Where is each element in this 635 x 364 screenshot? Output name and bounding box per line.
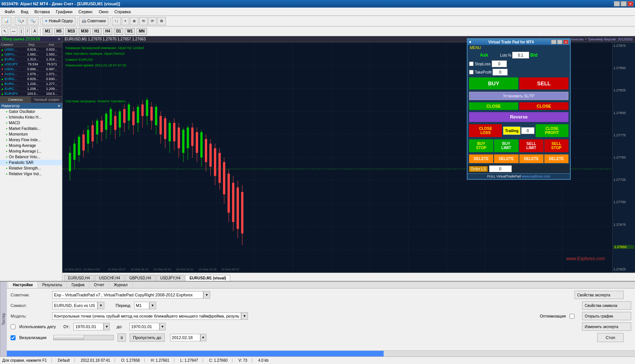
date-from-dropdown[interactable]: ▼ <box>104 323 110 330</box>
tf-h4[interactable]: H4 <box>103 28 113 35</box>
vtp-stoploss-input[interactable] <box>492 60 507 67</box>
vtp-buy-stop-btn[interactable]: BUYSTOP <box>469 139 493 152</box>
navigator-close[interactable]: ✕ <box>57 104 60 108</box>
symbol-dropdown[interactable]: ▼ <box>98 302 104 309</box>
tf-w1[interactable]: W1 <box>125 28 135 35</box>
symbol-props-btn[interactable]: Свойства символа <box>582 301 631 310</box>
menu-tools[interactable]: Сервис <box>76 9 96 15</box>
text-tool[interactable]: A <box>31 28 38 35</box>
vtp-minimize[interactable]: _ <box>551 40 556 44</box>
menu-help[interactable]: Справка <box>112 9 134 15</box>
open-chart-btn[interactable]: Открыть график <box>582 312 631 320</box>
stop-btn[interactable]: Стоп <box>597 333 624 342</box>
market-row-0[interactable]: ▲ USDC... 0.919... 0.920... <box>0 47 62 52</box>
tf-m1[interactable]: M1 <box>43 28 53 35</box>
vis-pause-btn[interactable]: ⏸ <box>118 333 126 342</box>
market-row-1[interactable]: ▲ GBPU... 1.582... 1.583... <box>0 52 62 57</box>
vis-slider-thumb[interactable] <box>54 335 84 340</box>
vtp-close2-btn[interactable]: CLOSE <box>519 102 568 110</box>
vis-slider-track[interactable] <box>53 335 114 340</box>
date-to-dropdown[interactable]: ▼ <box>160 323 166 330</box>
nav-item-5[interactable]: ▪ Money Flow Inde... <box>0 137 62 143</box>
vis-check[interactable] <box>11 335 15 340</box>
nav-item-parabolic-sar[interactable]: ▪ Parabolic SAR <box>0 160 62 165</box>
nav-item-3[interactable]: ▪ Market Facilitatio... <box>0 126 62 131</box>
tab-symbols[interactable]: Символы <box>0 97 31 103</box>
vtp-reverse-btn[interactable]: Reverse <box>469 112 568 122</box>
advisor-input[interactable] <box>52 291 203 299</box>
vtp-delete4-btn[interactable]: DELETE <box>544 154 568 163</box>
chart-tab-2[interactable]: GBPUSD,H4 <box>125 275 155 281</box>
vtp-close1-btn[interactable]: CLOSE <box>469 102 518 110</box>
trendline-tool[interactable]: / <box>25 28 30 35</box>
vtp-sell-limit-btn[interactable]: SELLLIMIT <box>519 139 544 152</box>
properties-expert-btn[interactable]: Свойства эксперта <box>575 291 624 299</box>
tf-m5[interactable]: M5 <box>54 28 64 35</box>
vtp-trailing-btn[interactable]: Trailing <box>503 126 520 135</box>
new-order-btn[interactable]: ✦ Новый Ордер <box>42 17 76 25</box>
vtp-trailing-input[interactable] <box>521 127 534 134</box>
date-from-input[interactable] <box>73 323 104 330</box>
vtp-delete3-btn[interactable]: DELETE <box>519 154 544 163</box>
nav-item-4[interactable]: ▪ Momentum <box>0 131 62 137</box>
symbol-input[interactable] <box>52 302 98 309</box>
market-row-6[interactable]: ▲ EURG... 0.829... 0.830... <box>0 77 62 82</box>
tf-h1[interactable]: H1 <box>92 28 102 35</box>
market-row-5[interactable]: ▼ AUDU... 1.070... 1.071... <box>0 72 62 77</box>
vtp-sell-btn[interactable]: SELL <box>519 77 568 89</box>
nav-item-10[interactable]: ▪ Relative Strength... <box>0 165 62 171</box>
tester-tab-1[interactable]: Результаты <box>38 282 67 288</box>
nav-item-0[interactable]: ▪ Gator Oscillator <box>0 109 62 114</box>
nav-item-2[interactable]: ▪ MACD <box>0 120 62 126</box>
tf-m15[interactable]: M15 <box>65 28 77 35</box>
settings-btn[interactable]: ⚙ <box>157 17 166 25</box>
new-chart-btn[interactable]: 📊 <box>2 17 11 25</box>
refresh-btn[interactable]: ⟳ <box>148 17 156 25</box>
nav-item-11[interactable]: ▪ Relative Vigor Ind... <box>0 171 62 177</box>
model-input[interactable] <box>52 312 241 320</box>
vtp-stoploss-check[interactable] <box>469 62 474 66</box>
menu-file[interactable]: Файл <box>2 9 18 15</box>
crosshair-btn[interactable]: + <box>122 17 129 25</box>
vtp-sell-stop-btn[interactable]: SELLSTOP <box>544 139 568 152</box>
tester-tab-4[interactable]: Журнал <box>109 282 133 288</box>
menu-window[interactable]: Окно <box>96 9 112 15</box>
skip-to-btn[interactable]: Пропустить до <box>130 333 165 342</box>
vtp-close-loss-btn[interactable]: CLOSELOSS <box>469 124 502 137</box>
market-close-btn[interactable]: ✕ <box>57 37 60 41</box>
vline-tool[interactable]: | <box>19 28 24 35</box>
market-row-4[interactable]: ▼ USDC... 0.996... 0.997... <box>0 67 62 72</box>
market-row-3[interactable]: ▲ USDJPY 79.534 79.571 <box>0 62 62 67</box>
model-dropdown[interactable]: ▼ <box>241 312 248 320</box>
menu-insert[interactable]: Вставка <box>31 9 53 15</box>
optimization-check[interactable] <box>570 314 575 319</box>
zoom-btn[interactable]: ⊕ <box>130 17 138 25</box>
nav-item-1[interactable]: ▪ Ichimoku Kinko H... <box>0 114 62 120</box>
skip-date-dropdown[interactable]: ▼ <box>200 334 206 341</box>
menu-view[interactable]: Вид <box>18 9 31 15</box>
nav-item-6[interactable]: ▪ Moving Average <box>0 143 62 148</box>
vtp-delete2-btn[interactable]: DELETE <box>494 154 518 163</box>
nav-item-7[interactable]: ▪ Moving Average (... <box>0 148 62 154</box>
hline-tool[interactable]: — <box>10 28 17 35</box>
tf-m30[interactable]: M30 <box>79 28 90 35</box>
tf-d1[interactable]: D1 <box>114 28 123 35</box>
minimize-btn[interactable]: _ <box>614 1 620 6</box>
vtp-maximize[interactable]: □ <box>557 40 562 44</box>
vtp-lots-input[interactable] <box>512 52 529 59</box>
vtp-delete1-btn[interactable]: DELETE <box>469 154 493 163</box>
vtp-set-sltp-btn[interactable]: Установить SL/TP <box>469 92 568 100</box>
date-to-input[interactable] <box>129 323 160 330</box>
tab-tick[interactable]: Тиковый график <box>31 97 62 103</box>
tester-tab-3[interactable]: Отчет <box>90 282 109 288</box>
tester-tab-2[interactable]: График <box>67 282 89 288</box>
maximize-btn[interactable]: □ <box>621 1 627 6</box>
use-date-check[interactable] <box>11 324 15 329</box>
vtp-order-ls-input[interactable] <box>489 165 512 172</box>
period-sep-btn[interactable]: ⟲ <box>139 17 147 25</box>
chart-tab-3[interactable]: USDJPY,H4 <box>156 275 185 281</box>
chart-tab-0[interactable]: EURUSD,H4 <box>64 275 94 281</box>
market-row-2[interactable]: ▲ EURU... 1.313... 1.314... <box>0 57 62 62</box>
vtp-takeprofit-input[interactable] <box>493 69 508 76</box>
tester-side-tab[interactable]: Тестер <box>0 282 7 356</box>
